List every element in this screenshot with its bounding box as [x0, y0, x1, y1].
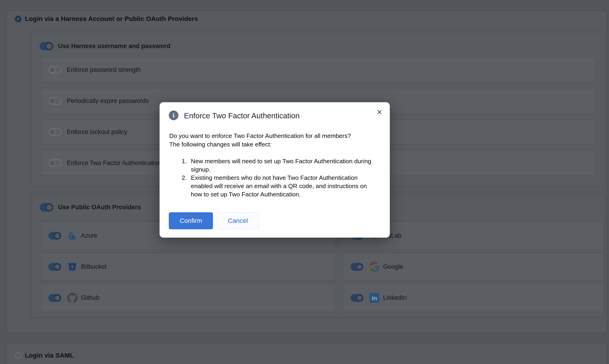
list-item-number: 2.: [182, 174, 189, 198]
modal-actions: Confirm Cancel: [169, 212, 259, 229]
azure-label: Azure: [81, 232, 97, 239]
svg-text:in: in: [372, 295, 377, 302]
login-harness-title: Login via a Harness Account or Public OA…: [25, 15, 198, 23]
info-icon-glyph: i: [173, 112, 175, 119]
login-saml-radio-row: Login via SAML: [15, 352, 74, 359]
toggle-knob: [356, 295, 363, 301]
modal-title: Enforce Two Factor Authentication: [184, 111, 299, 120]
bitbucket-icon: [67, 262, 77, 272]
login-saml-title: Login via SAML: [25, 352, 74, 359]
use-oauth-row: Use Public OAuth Providers: [39, 203, 141, 212]
enforce-2fa-modal: i Enforce Two Factor Authentication ✕ Do…: [160, 102, 390, 238]
use-harness-username-row: Use Harness username and password: [39, 42, 170, 51]
password-strength-label: Enforce password strength: [67, 66, 141, 73]
github-label: Github: [81, 294, 100, 301]
auth-settings-page: Login via a Harness Account or Public OA…: [0, 0, 609, 364]
use-oauth-toggle[interactable]: [39, 203, 53, 212]
cancel-button[interactable]: Cancel: [217, 212, 259, 229]
two-factor-toggle[interactable]: [49, 159, 62, 167]
linkedin-toggle[interactable]: [350, 294, 363, 302]
expire-passwords-toggle[interactable]: [49, 97, 62, 105]
toggle-knob: [54, 264, 61, 270]
use-harness-username-toggle[interactable]: [39, 42, 53, 51]
login-saml-section: Login via SAML: [6, 343, 607, 364]
lockout-policy-label: Enforce lockout policy: [67, 129, 127, 136]
list-item-number: 1.: [182, 157, 189, 174]
login-harness-radio-row: Login via a Harness Account or Public OA…: [15, 15, 198, 23]
modal-body-text: Do you want to enforce Two Factor Authen…: [169, 132, 381, 149]
linkedin-label: LinkedIn: [383, 294, 407, 301]
bitbucket-toggle[interactable]: [48, 263, 61, 271]
modal-effects-list: 1. New members will need to set up Two F…: [182, 157, 380, 198]
provider-row-google: Google: [342, 253, 604, 281]
toggle-knob: [54, 295, 61, 301]
login-saml-radio[interactable]: [15, 352, 21, 359]
provider-row-linkedin: in LinkedIn: [342, 284, 604, 312]
login-harness-radio[interactable]: [15, 16, 21, 22]
provider-row-bitbucket: Bitbucket: [40, 253, 336, 281]
close-icon[interactable]: ✕: [376, 109, 382, 116]
list-item: 2. Existing members who do not have Two …: [182, 174, 380, 198]
option-row-password-strength: Enforce password strength: [40, 57, 596, 83]
list-item: 1. New members will need to set up Two F…: [182, 157, 380, 174]
two-factor-label: Enforce Two Factor Authentication: [67, 159, 161, 167]
google-label: Google: [383, 263, 403, 270]
toggle-knob: [49, 160, 55, 166]
expire-passwords-label: Periodically expire passwords: [67, 97, 149, 104]
toggle-knob: [49, 129, 55, 135]
password-strength-toggle[interactable]: [49, 66, 62, 74]
github-icon: [67, 293, 77, 303]
bitbucket-label: Bitbucket: [81, 263, 107, 270]
toggle-knob: [49, 98, 55, 104]
linkedin-icon: in: [369, 293, 379, 303]
provider-row-github: Github: [40, 284, 336, 312]
toggle-knob: [46, 43, 53, 50]
azure-icon: [67, 231, 77, 241]
use-harness-username-label: Use Harness username and password: [58, 43, 170, 50]
google-icon: [369, 262, 379, 272]
toggle-knob: [356, 264, 363, 270]
list-item-text: New members will need to set up Two Fact…: [191, 157, 371, 174]
confirm-button[interactable]: Confirm: [169, 212, 213, 229]
google-toggle[interactable]: [350, 263, 363, 271]
toggle-knob: [49, 66, 55, 73]
azure-toggle[interactable]: [48, 232, 61, 240]
use-oauth-label: Use Public OAuth Providers: [58, 204, 141, 211]
lockout-policy-toggle[interactable]: [49, 128, 62, 136]
toggle-knob: [54, 233, 61, 239]
github-toggle[interactable]: [48, 294, 61, 302]
info-icon: i: [169, 111, 179, 120]
list-item-text: Existing members who do not have Two Fac…: [191, 174, 367, 198]
toggle-knob: [46, 204, 53, 211]
